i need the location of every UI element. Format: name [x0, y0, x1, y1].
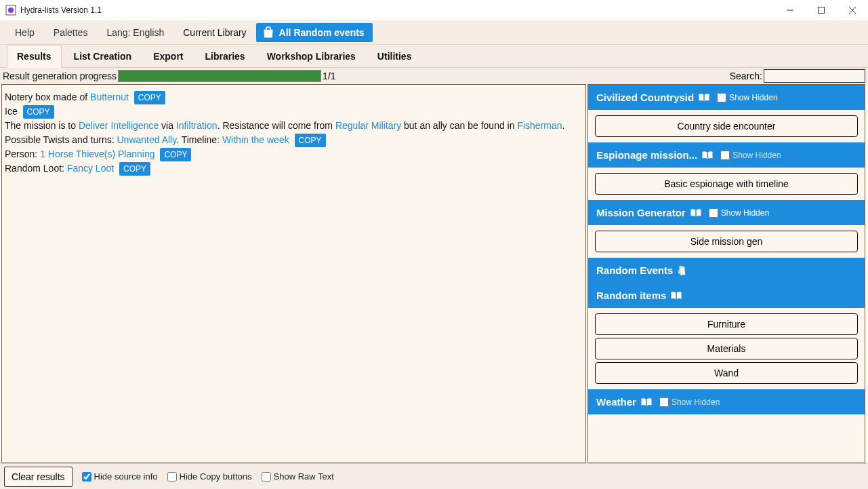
progress-label: Result generation progress	[0, 71, 118, 81]
generator-button[interactable]: Basic espionage with timeline	[595, 173, 858, 195]
hide-source-info-checkbox[interactable]: Hide source info	[82, 471, 158, 482]
generator-group-body: Basic espionage with timeline	[588, 168, 865, 200]
generators-panel: Civilized CountrysidShow HiddenCountry s…	[587, 84, 865, 463]
result-link[interactable]: Infiltration	[176, 120, 218, 131]
window-title: Hydra-lists Version 1.1	[20, 5, 102, 15]
tab-workshop-libraries[interactable]: Workshop Libraries	[257, 45, 365, 67]
window-titlebar: Hydra-lists Version 1.1	[0, 0, 868, 20]
app-icon	[5, 5, 16, 16]
show-hidden-toggle[interactable]: Show Hidden	[709, 208, 769, 218]
svg-rect-7	[680, 267, 686, 275]
book-icon	[698, 93, 710, 102]
generator-group-body: Country side encounter	[588, 110, 865, 142]
generator-group-header[interactable]: Random Events	[588, 258, 865, 283]
result-line: The mission is to Deliver Intelligence v…	[5, 119, 583, 133]
svg-rect-3	[819, 7, 825, 14]
generator-group-body: Side mission gen	[588, 225, 865, 258]
generator-group-header[interactable]: Espionage mission...Show Hidden	[588, 142, 865, 168]
show-hidden-toggle[interactable]: Show Hidden	[717, 93, 777, 102]
generator-button[interactable]: Furniture	[595, 313, 858, 335]
result-link[interactable]: Deliver Intelligence	[79, 120, 159, 131]
generator-group-body: FurnitureMaterialsWand	[588, 308, 865, 389]
group-title: Random Events	[596, 265, 673, 276]
group-title: Mission Generator	[596, 207, 686, 218]
result-link[interactable]: Fancy Loot	[67, 163, 114, 174]
menu-bar: Help Palettes Lang: English Current Libr…	[0, 20, 868, 45]
results-panel: Notery box made of Butternut COPY Ice CO…	[1, 84, 586, 463]
svg-point-1	[8, 7, 14, 13]
generator-button[interactable]: Wand	[595, 362, 858, 384]
book-icon	[670, 291, 682, 300]
tab-utilities[interactable]: Utilities	[368, 45, 421, 67]
cards-icon	[677, 265, 688, 276]
tab-bar: Results List Creation Export Libraries W…	[0, 45, 868, 68]
show-raw-text-checkbox[interactable]: Show Raw Text	[262, 471, 334, 482]
book-icon	[701, 151, 714, 160]
clear-results-button[interactable]: Clear results	[4, 467, 73, 487]
tab-libraries[interactable]: Libraries	[196, 45, 255, 67]
result-link[interactable]: Within the week	[222, 134, 289, 145]
search-label: Search:	[730, 71, 762, 81]
show-hidden-toggle[interactable]: Show Hidden	[720, 151, 781, 160]
result-link[interactable]: Fisherman	[517, 120, 562, 131]
bag-icon	[262, 26, 275, 39]
copy-button[interactable]: COPY	[295, 134, 326, 147]
book-icon	[640, 397, 653, 407]
result-line: Person: 1 Horse Thieve(s) Planning COPY	[5, 147, 583, 161]
group-title: Civilized Countrysid	[596, 92, 694, 103]
progress-bar	[118, 70, 321, 82]
result-line: Random Loot: Fancy Loot COPY	[5, 161, 583, 176]
bottom-bar: Clear results Hide source info Hide Copy…	[0, 463, 868, 489]
menu-palettes[interactable]: Palettes	[44, 23, 98, 42]
menu-help[interactable]: Help	[5, 23, 44, 42]
generator-group-header[interactable]: Random items	[588, 283, 865, 308]
menu-current-library[interactable]: Current Library	[173, 23, 255, 42]
book-icon	[690, 208, 702, 218]
close-button[interactable]	[837, 0, 868, 20]
group-title: Random items	[596, 290, 666, 301]
result-link[interactable]: 1 Horse Thieve(s) Planning	[40, 149, 154, 159]
copy-button[interactable]: COPY	[160, 148, 191, 161]
generator-group-header[interactable]: WeatherShow Hidden	[588, 389, 865, 414]
copy-button[interactable]: COPY	[119, 162, 150, 176]
generator-group-header[interactable]: Mission GeneratorShow Hidden	[588, 200, 865, 225]
generator-button[interactable]: Country side encounter	[595, 115, 858, 137]
result-link[interactable]: Unwanted Ally	[117, 134, 176, 145]
show-hidden-toggle[interactable]: Show Hidden	[659, 397, 720, 407]
result-line: Ice COPY	[5, 104, 583, 119]
result-link[interactable]: Butternut	[90, 92, 129, 102]
minimize-button[interactable]	[774, 0, 806, 20]
copy-button[interactable]: COPY	[134, 91, 165, 104]
maximize-button[interactable]	[806, 0, 837, 20]
tab-list-creation[interactable]: List Creation	[64, 45, 142, 67]
result-line: Possible Twists and turns: Unwanted Ally…	[5, 133, 583, 147]
current-library-badge[interactable]: All Random events	[256, 23, 373, 42]
generator-button[interactable]: Materials	[595, 338, 858, 359]
search-input[interactable]	[764, 69, 865, 83]
tab-results[interactable]: Results	[7, 45, 62, 68]
generator-group-header[interactable]: Civilized CountrysidShow Hidden	[588, 85, 865, 110]
result-link[interactable]: Regular Military	[335, 120, 401, 131]
generator-button[interactable]: Side mission gen	[595, 231, 858, 252]
hide-copy-buttons-checkbox[interactable]: Hide Copy buttons	[167, 471, 252, 482]
group-title: Weather	[596, 396, 636, 408]
copy-button[interactable]: COPY	[23, 105, 54, 119]
progress-count: 1/1	[323, 71, 335, 81]
tab-export[interactable]: Export	[144, 45, 192, 67]
result-line: Notery box made of Butternut COPY	[5, 90, 583, 104]
top-strip: Result generation progress 1/1 Search:	[0, 68, 868, 84]
group-title: Espionage mission...	[596, 149, 697, 161]
menu-lang[interactable]: Lang: English	[97, 23, 173, 42]
